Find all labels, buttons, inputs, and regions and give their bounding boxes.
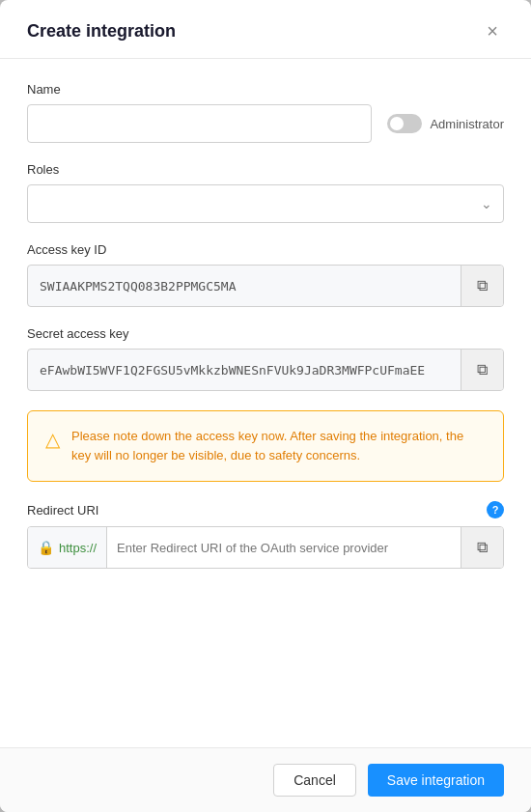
redirect-label-row: Redirect URI ? <box>27 501 504 518</box>
modal-title: Create integration <box>27 21 176 42</box>
redirect-uri-group: Redirect URI ? 🔒 https:// ⧉ <box>27 501 504 569</box>
modal-header: Create integration × <box>0 0 531 59</box>
name-input[interactable] <box>27 104 372 143</box>
help-icon[interactable]: ? <box>487 501 504 518</box>
admin-toggle[interactable] <box>387 114 422 133</box>
help-text: ? <box>492 504 499 516</box>
secret-key-label: Secret access key <box>27 326 504 341</box>
cancel-button[interactable]: Cancel <box>273 764 356 797</box>
copy-access-key-button[interactable]: ⧉ <box>461 265 503 307</box>
admin-label: Administrator <box>430 117 504 131</box>
roles-select[interactable] <box>27 184 504 223</box>
create-integration-modal: Create integration × Name Administrator <box>0 0 531 812</box>
access-key-field: SWIAAKPMS2TQQ083B2PPMGC5MA ⧉ <box>27 265 504 307</box>
copy-redirect-uri-button[interactable]: ⧉ <box>461 526 503 569</box>
secret-key-group: Secret access key eFAwbWI5WVF1Q2FGSU5vMk… <box>27 326 504 391</box>
copy-icon: ⧉ <box>477 277 488 294</box>
name-label: Name <box>27 82 504 97</box>
warning-text: Please note down the access key now. Aft… <box>71 427 486 465</box>
secret-key-value: eFAwbWI5WVF1Q2FGSU5vMkkzbWNESnFVUk9JaDR3… <box>28 363 461 378</box>
name-row: Administrator <box>27 104 504 143</box>
modal-body: Name Administrator Roles <box>0 59 531 747</box>
modal-overlay: Create integration × Name Administrator <box>0 0 531 812</box>
access-key-label: Access key ID <box>27 242 504 257</box>
roles-label: Roles <box>27 162 504 177</box>
modal-footer: Cancel Save integration <box>0 747 531 812</box>
copy-icon: ⧉ <box>477 539 488 556</box>
admin-toggle-row: Administrator <box>387 114 504 133</box>
toggle-slider <box>387 114 422 133</box>
warning-icon: △ <box>45 428 60 451</box>
roles-select-wrapper: ⌄ <box>27 184 504 223</box>
name-group: Name Administrator <box>27 82 504 143</box>
lock-icon: 🔒 <box>38 540 54 555</box>
copy-icon: ⧉ <box>477 361 488 378</box>
warning-box: △ Please note down the access key now. A… <box>27 410 504 482</box>
redirect-uri-input[interactable] <box>107 527 461 568</box>
redirect-prefix-text: https:// <box>59 541 97 555</box>
close-button[interactable]: × <box>481 19 504 42</box>
secret-key-field: eFAwbWI5WVF1Q2FGSU5vMkkzbWNESnFVUk9JaDR3… <box>27 349 504 391</box>
redirect-uri-field: 🔒 https:// ⧉ <box>27 526 504 569</box>
access-key-group: Access key ID SWIAAKPMS2TQQ083B2PPMGC5MA… <box>27 242 504 307</box>
save-integration-button[interactable]: Save integration <box>368 764 504 797</box>
access-key-value: SWIAAKPMS2TQQ083B2PPMGC5MA <box>28 279 461 294</box>
redirect-prefix: 🔒 https:// <box>28 527 107 568</box>
redirect-uri-label: Redirect URI <box>27 503 98 518</box>
roles-group: Roles ⌄ <box>27 162 504 223</box>
copy-secret-key-button[interactable]: ⧉ <box>461 349 503 391</box>
